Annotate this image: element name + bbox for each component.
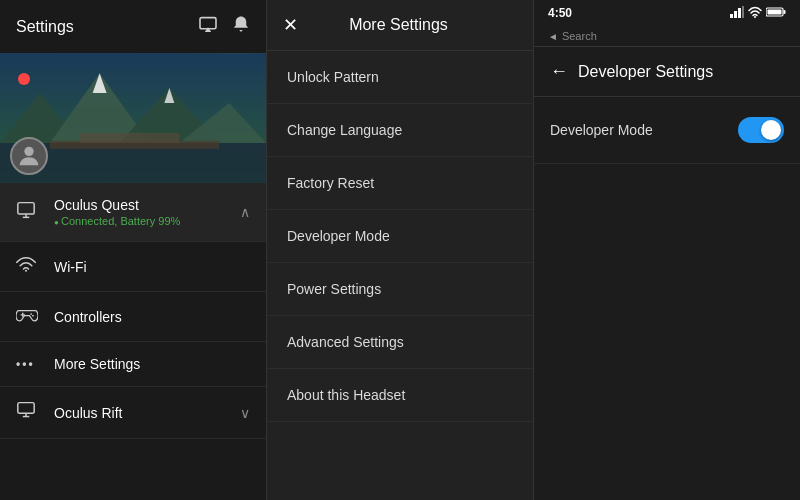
nav-item-label-oculus-quest: Oculus Quest	[54, 197, 240, 213]
sidebar-item-more-settings[interactable]: ••• More Settings	[0, 342, 266, 387]
svg-rect-25	[734, 11, 737, 18]
right-panel: 4:50	[534, 0, 800, 500]
nav-item-content-controllers: Controllers	[54, 309, 250, 325]
developer-mode-label: Developer Mode	[550, 122, 653, 138]
nav-item-content-oculus-quest: Oculus Quest Connected, Battery 99%	[54, 197, 240, 227]
toggle-knob	[761, 120, 781, 140]
status-bar: 4:50	[534, 0, 800, 26]
svg-point-12	[24, 147, 33, 156]
cast-icon[interactable]	[198, 16, 218, 37]
left-panel: Settings	[0, 0, 267, 500]
svg-rect-27	[742, 6, 744, 18]
tv-icon	[16, 201, 44, 224]
settings-item-unlock-pattern[interactable]: Unlock Pattern	[267, 51, 533, 104]
nav-item-label-wifi: Wi-Fi	[54, 259, 250, 275]
close-button[interactable]: ✕	[283, 14, 298, 36]
search-label: Search	[562, 30, 597, 42]
chevron-up-icon: ∧	[240, 204, 250, 220]
controller-icon	[16, 306, 44, 327]
avatar	[10, 137, 48, 175]
middle-header: ✕ More Settings	[267, 0, 533, 51]
search-arrow-icon: ◄	[548, 31, 558, 42]
left-header: Settings	[0, 0, 266, 53]
svg-point-20	[32, 315, 34, 317]
settings-item-factory-reset[interactable]: Factory Reset	[267, 157, 533, 210]
sidebar-item-controllers[interactable]: Controllers	[0, 292, 266, 342]
hero-banner	[0, 53, 266, 183]
sun-dot	[18, 73, 30, 85]
nav-item-label-more-settings: More Settings	[54, 356, 250, 372]
battery-icon	[766, 6, 786, 20]
monitor-icon	[16, 401, 44, 424]
signal-bars-icon	[730, 6, 744, 20]
wifi-status-icon	[748, 6, 762, 20]
svg-point-19	[30, 313, 32, 315]
nav-item-content-wifi: Wi-Fi	[54, 259, 250, 275]
more-icon: •••	[16, 357, 44, 371]
chevron-down-icon: ∨	[240, 405, 250, 421]
svg-rect-0	[200, 18, 216, 29]
settings-list: Unlock Pattern Change Language Factory R…	[267, 51, 533, 500]
settings-item-about-headset[interactable]: About this Headset	[267, 369, 533, 422]
nav-item-content-more-settings: More Settings	[54, 356, 250, 372]
developer-mode-toggle[interactable]	[738, 117, 784, 143]
sidebar-item-oculus-rift[interactable]: Oculus Rift ∨	[0, 387, 266, 439]
svg-rect-30	[768, 10, 782, 15]
settings-item-developer-mode[interactable]: Developer Mode	[267, 210, 533, 263]
back-button[interactable]: ←	[550, 61, 568, 82]
svg-rect-13	[18, 202, 34, 213]
status-time: 4:50	[548, 6, 572, 20]
svg-point-16	[25, 270, 27, 272]
sidebar-item-oculus-quest[interactable]: Oculus Quest Connected, Battery 99% ∧	[0, 183, 266, 242]
settings-item-advanced-settings[interactable]: Advanced Settings	[267, 316, 533, 369]
nav-list: Oculus Quest Connected, Battery 99% ∧ Wi…	[0, 183, 266, 500]
developer-settings-content: Developer Mode	[534, 97, 800, 500]
status-icons	[730, 6, 786, 20]
bell-icon[interactable]	[232, 14, 250, 39]
svg-point-28	[754, 16, 756, 18]
svg-rect-11	[80, 133, 180, 143]
middle-panel: ✕ More Settings Unlock Pattern Change La…	[267, 0, 534, 500]
developer-mode-row: Developer Mode	[534, 97, 800, 164]
developer-settings-title: Developer Settings	[578, 63, 713, 81]
header-icons	[198, 14, 250, 39]
svg-rect-26	[738, 8, 741, 18]
nav-item-label-controllers: Controllers	[54, 309, 250, 325]
search-bar: ◄ Search	[534, 26, 800, 47]
svg-rect-31	[784, 10, 786, 14]
settings-title: Settings	[16, 18, 74, 36]
developer-settings-header: ← Developer Settings	[534, 47, 800, 97]
sidebar-item-wifi[interactable]: Wi-Fi	[0, 242, 266, 292]
settings-item-power-settings[interactable]: Power Settings	[267, 263, 533, 316]
nav-item-label-oculus-rift: Oculus Rift	[54, 405, 240, 421]
svg-rect-24	[730, 14, 733, 18]
more-settings-title: More Settings	[308, 16, 489, 34]
svg-rect-21	[18, 403, 34, 414]
wifi-icon	[16, 256, 44, 277]
nav-item-sublabel-oculus-quest: Connected, Battery 99%	[54, 215, 240, 227]
settings-item-change-language[interactable]: Change Language	[267, 104, 533, 157]
nav-item-content-oculus-rift: Oculus Rift	[54, 405, 240, 421]
